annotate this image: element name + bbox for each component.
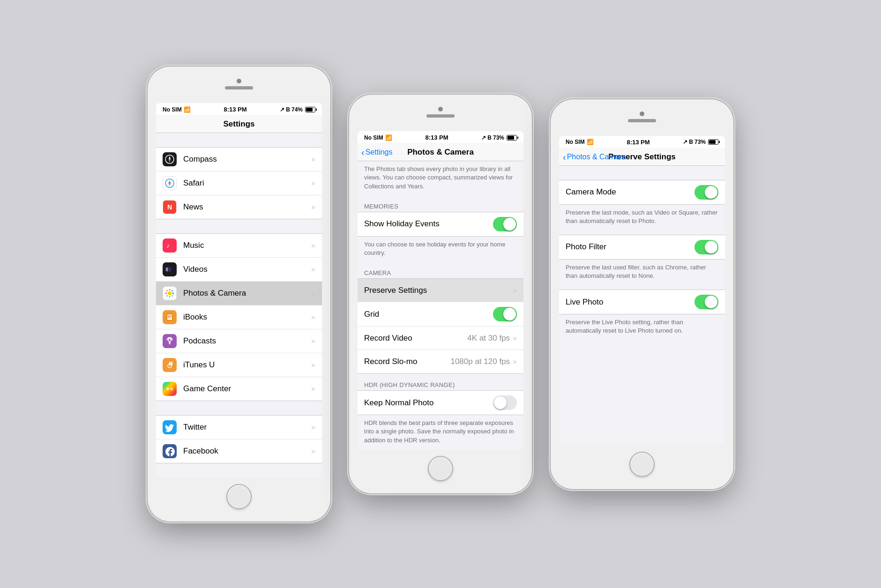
- no-sim-label-3: No SIM: [566, 139, 585, 145]
- grid-toggle[interactable]: [493, 307, 517, 321]
- list-item-livephoto[interactable]: Live Photo: [559, 290, 725, 314]
- status-left-2: No SIM 📶: [364, 134, 392, 141]
- status-left-3: No SIM 📶: [566, 139, 594, 145]
- home-button-3[interactable]: [629, 452, 655, 477]
- videos-label: Videos: [183, 265, 311, 274]
- hdr-desc: HDR blends the best parts of three separ…: [358, 415, 523, 449]
- news-icon: N: [163, 200, 177, 214]
- back-chevron-3: ‹: [563, 152, 566, 162]
- keepnormal-toggle-knob: [494, 396, 507, 409]
- slomo-label: Record Slo-mo: [364, 357, 450, 366]
- photofilter-toggle[interactable]: [694, 240, 718, 254]
- settings-group-1: Compass » Safari » N News »: [156, 147, 322, 219]
- holiday-toggle[interactable]: [493, 217, 517, 231]
- camera-dot: [237, 79, 241, 83]
- list-item-news[interactable]: N News »: [156, 195, 322, 219]
- preserve-label: Preserve Settings: [364, 286, 513, 295]
- chevron-recordvideo: »: [513, 334, 517, 342]
- chevron-gamecenter: »: [311, 385, 315, 393]
- wifi-icon-2: 📶: [385, 134, 392, 141]
- gap-p3-3: [559, 285, 725, 290]
- list-item-recordvideo[interactable]: Record Video 4K at 30 fps »: [358, 327, 523, 350]
- list-item-slomo[interactable]: Record Slo-mo 1080p at 120 fps »: [358, 350, 523, 373]
- keepnormal-toggle[interactable]: [493, 395, 517, 410]
- keepnormal-label: Keep Normal Photo: [364, 398, 493, 408]
- itunes-icon: [163, 358, 177, 372]
- back-button-2[interactable]: ‹ Settings: [361, 148, 392, 157]
- list-item-twitter[interactable]: Twitter »: [156, 416, 322, 439]
- iphone-3: No SIM 📶 8:13 PM ↗ B 73% ‹ Photos & Came…: [551, 99, 733, 489]
- status-right-1: ↗ B 74%: [280, 106, 315, 113]
- iphone-2: No SIM 📶 8:13 PM ↗ B 73% ‹ Settings Phot…: [349, 95, 532, 493]
- ibooks-label: iBooks: [183, 313, 311, 322]
- settings-list-3[interactable]: Camera Mode Preserve the last mode, such…: [559, 166, 725, 445]
- chevron-twitter: »: [311, 423, 315, 432]
- memories-header: MEMORIES: [358, 200, 523, 212]
- screen-1: No SIM 📶 8:13 PM ↗ B 74% Settings: [156, 103, 322, 477]
- memories-group: Show Holiday Events: [358, 212, 523, 237]
- list-item-itunes[interactable]: iTunes U »: [156, 353, 322, 377]
- list-item-cameramode[interactable]: Camera Mode: [559, 180, 725, 204]
- photofilter-group: Photo Filter: [559, 235, 725, 260]
- back-button-3[interactable]: ‹ Photos & Camera: [563, 152, 626, 162]
- svg-rect-18: [167, 314, 172, 320]
- bluetooth-icon-3: B: [689, 139, 693, 145]
- svg-point-30: [170, 387, 173, 390]
- settings-list-1[interactable]: Compass » Safari » N News »: [156, 133, 322, 477]
- compass-icon: [163, 152, 177, 166]
- recordvideo-value: 4K at 30 fps: [467, 334, 510, 343]
- list-item-photofilter[interactable]: Photo Filter: [559, 235, 725, 259]
- cameramode-toggle-knob: [705, 186, 717, 199]
- page-title-2: Photos & Camera: [407, 148, 474, 157]
- battery-icon-3: [708, 139, 718, 145]
- list-item-podcasts[interactable]: Podcasts »: [156, 329, 322, 353]
- list-item-photos[interactable]: Photos & Camera »: [156, 282, 322, 305]
- chevron-music: »: [311, 241, 315, 250]
- list-item-safari[interactable]: Safari »: [156, 171, 322, 195]
- list-item-compass[interactable]: Compass »: [156, 148, 322, 171]
- cameramode-toggle[interactable]: [694, 185, 718, 200]
- chevron-podcasts: »: [311, 337, 315, 345]
- twitter-label: Twitter: [183, 423, 311, 432]
- status-bar-1: No SIM 📶 8:13 PM ↗ B 74%: [156, 103, 322, 115]
- settings-group-2: ♪ Music » Videos »: [156, 233, 322, 401]
- list-item-holiday[interactable]: Show Holiday Events: [358, 212, 523, 236]
- list-item-grid[interactable]: Grid: [358, 302, 523, 327]
- list-item-preserve[interactable]: Preserve Settings »: [358, 279, 523, 302]
- home-button-area-1: [156, 477, 322, 513]
- music-label: Music: [183, 241, 311, 250]
- list-item-facebook[interactable]: Facebook »: [156, 439, 322, 463]
- svg-rect-28: [169, 362, 171, 365]
- settings-list-2[interactable]: The Photos tab shows every photo in your…: [358, 161, 523, 449]
- battery-label-3: 73%: [694, 139, 706, 145]
- gap-sm1: [358, 195, 523, 200]
- svg-rect-24: [169, 342, 171, 344]
- gap-sm3: [358, 374, 523, 379]
- bluetooth-icon-2: B: [487, 134, 492, 141]
- no-sim-label: No SIM: [163, 106, 182, 113]
- speaker-3: [628, 119, 656, 122]
- battery-label-1: 74%: [291, 106, 303, 113]
- chevron-videos: »: [311, 265, 315, 274]
- list-item-keepnormal[interactable]: Keep Normal Photo: [358, 391, 523, 415]
- list-item-videos[interactable]: Videos »: [156, 258, 322, 282]
- list-item-ibooks[interactable]: iBooks »: [156, 305, 322, 329]
- ibooks-icon: [163, 310, 177, 324]
- home-button-2[interactable]: [428, 456, 453, 481]
- gap: [156, 133, 322, 147]
- svg-rect-27: [171, 362, 172, 365]
- chevron-preserve: »: [513, 286, 517, 295]
- chevron-ibooks: »: [311, 313, 315, 321]
- home-button-1[interactable]: [226, 484, 252, 509]
- gap-p3-1: [559, 166, 725, 180]
- bluetooth-icon: B: [286, 106, 290, 113]
- list-item-gamecenter[interactable]: Game Center »: [156, 377, 322, 401]
- photos-label: Photos & Camera: [183, 289, 311, 298]
- gap3: [156, 401, 322, 415]
- list-item-music[interactable]: ♪ Music »: [156, 234, 322, 258]
- podcasts-label: Podcasts: [183, 336, 311, 346]
- livephoto-toggle[interactable]: [694, 295, 718, 309]
- svg-text:♪: ♪: [166, 242, 170, 249]
- back-label-3: Photos & Camera: [567, 153, 626, 161]
- slomo-value: 1080p at 120 fps: [450, 357, 510, 366]
